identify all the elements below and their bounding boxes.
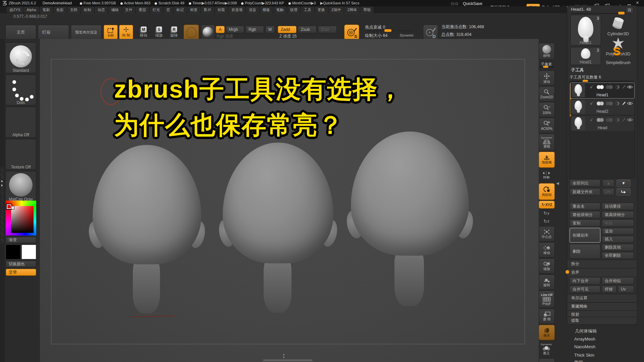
menu-item-tool[interactable]: 工具 bbox=[301, 7, 314, 13]
menu-item-brush[interactable]: 笔刷 bbox=[40, 7, 53, 13]
menu-item-alpha[interactable]: Alpha bbox=[24, 7, 39, 12]
tool-simplebrush[interactable]: S SimpleBrush bbox=[602, 47, 634, 65]
menu-item-material[interactable]: 材质 bbox=[187, 7, 200, 13]
r-button[interactable]: R bbox=[626, 7, 633, 14]
paste-button[interactable]: 粘贴 bbox=[602, 219, 634, 227]
rotate-z-button[interactable]: ↻ z bbox=[539, 217, 554, 225]
split-section-header[interactable]: 拆分 bbox=[567, 260, 637, 268]
rotate-xyz-button[interactable]: ↻ XYZ bbox=[539, 201, 555, 209]
lightbox-button[interactable]: 灯箱 bbox=[38, 25, 69, 40]
menu-item-color[interactable]: 色彩 bbox=[54, 7, 66, 13]
menu-item-layer[interactable]: 图层 bbox=[136, 7, 149, 13]
list-all-button[interactable]: 全部列出 bbox=[570, 179, 600, 187]
new-folder-button[interactable]: 新建文件夹 bbox=[570, 188, 600, 196]
menu-item-stroke[interactable]: 笔触 bbox=[274, 7, 286, 13]
close-icon[interactable]: × bbox=[636, 1, 639, 5]
menu-item-light[interactable]: 灯光 bbox=[150, 7, 163, 13]
dynamic-mode-label[interactable]: Dynamic bbox=[400, 34, 414, 37]
subtool-count-track[interactable] bbox=[570, 81, 634, 82]
rotate-canvas-button[interactable]: 旋转 bbox=[539, 274, 555, 290]
mode-m-button[interactable]: M bbox=[265, 26, 275, 33]
subtool-row-icons[interactable] bbox=[589, 117, 633, 122]
menu-item-transform[interactable]: 变换 bbox=[315, 7, 328, 13]
mode-zsub-button[interactable]: Zsub bbox=[298, 26, 317, 33]
move-canvas-button[interactable]: 移动 bbox=[539, 242, 555, 258]
scale-button[interactable]: S缩放 bbox=[152, 25, 166, 40]
active-tool-track[interactable] bbox=[571, 13, 625, 14]
menu-item-macro[interactable]: 宏 bbox=[164, 7, 173, 13]
left-gutter-scrollbar[interactable]: ▲ ▼ bbox=[0, 39, 5, 362]
color-cursor[interactable] bbox=[11, 206, 14, 209]
panel-collapse-icon[interactable]: ◀ bbox=[556, 181, 559, 186]
subtool-visible-count-slider[interactable]: 子工具可见数量 6 bbox=[570, 74, 601, 80]
menu-item-help[interactable]: 帮助 bbox=[361, 7, 373, 13]
gradient-toggle[interactable]: 渐变 bbox=[6, 237, 36, 243]
insert-button[interactable]: 插入 bbox=[602, 236, 634, 243]
extract-section-header[interactable]: 提取 bbox=[567, 317, 637, 324]
material-sphere-button[interactable] bbox=[201, 24, 215, 40]
focal-shift-slider[interactable]: 焦点衰减 0 bbox=[365, 24, 385, 30]
menu-item-zys[interactable]: @ZYS bbox=[7, 7, 23, 12]
boolean-section-header[interactable]: 布尔运算 bbox=[567, 294, 637, 302]
menu-item-render[interactable]: 渲染 bbox=[246, 7, 259, 13]
home-button[interactable]: 主页 bbox=[5, 25, 36, 40]
polyframe-button[interactable]: Line Fill PolyF bbox=[539, 291, 555, 308]
menu-item-dynamic[interactable]: 动态 bbox=[95, 7, 108, 13]
lowest-subdiv-button[interactable]: 最低级细分 bbox=[570, 211, 600, 218]
rotate-button[interactable]: R旋转 bbox=[167, 25, 181, 40]
actual-size-button[interactable]: ×1 100% bbox=[539, 102, 555, 117]
active-tool-slider-label[interactable]: Head1. 48 bbox=[571, 7, 591, 12]
xpose-button[interactable]: Xpose bbox=[539, 358, 555, 362]
highest-subdiv-button[interactable]: 最高级细分 bbox=[602, 211, 634, 218]
gutter-up-icon[interactable]: ▲ bbox=[0, 179, 3, 183]
secondary-color-swatch[interactable] bbox=[21, 245, 36, 259]
local-symmetry-button[interactable]: 对称 bbox=[539, 168, 554, 182]
recent-tool-thumbnail[interactable]: 3 Head1 bbox=[570, 47, 601, 65]
geometry-edit-section[interactable]: 几何体编辑 bbox=[575, 328, 597, 334]
rgb-intensity-slider[interactable]: Rgb 强度 bbox=[217, 34, 233, 39]
z-intensity-slider[interactable]: Z 强度 25 bbox=[279, 34, 297, 39]
move-down-button[interactable]: ▼ bbox=[616, 179, 631, 187]
delete-other-button[interactable]: 删除其他 bbox=[602, 244, 634, 251]
menu-item-movie[interactable]: 影片 bbox=[201, 7, 214, 13]
menu-item-preferences[interactable]: 首选项 bbox=[229, 7, 245, 13]
solo-button[interactable]: Dynamic 孤立 bbox=[539, 341, 554, 357]
menu-item-texture[interactable]: 纹理 bbox=[287, 7, 300, 13]
subpixel-slider[interactable]: 子像素 bbox=[539, 60, 554, 69]
uv-button[interactable]: Uv bbox=[618, 286, 634, 293]
menu-item-edit[interactable]: 编辑 bbox=[109, 7, 121, 13]
weld-button[interactable]: 焊接 bbox=[602, 286, 616, 293]
menu-item-draw[interactable]: 绘制 bbox=[81, 7, 94, 13]
ghost-button[interactable]: 幽灵 bbox=[539, 325, 555, 340]
subtool-title[interactable]: 子工具 bbox=[571, 67, 584, 73]
menu-item-zplugin[interactable]: Z插件 bbox=[329, 7, 344, 13]
menu-item-template[interactable]: 模板 bbox=[260, 7, 273, 13]
move-button[interactable]: M移动 bbox=[136, 25, 151, 40]
append-button[interactable]: 追加 bbox=[602, 228, 634, 235]
preview-boolean-button[interactable]: 预览布尔渲染 bbox=[71, 25, 102, 40]
canvas-hscrollbar[interactable] bbox=[263, 359, 313, 361]
texture-selector[interactable]: Texture Off bbox=[5, 139, 36, 170]
transparency-button[interactable]: 透 明 bbox=[539, 309, 555, 324]
merge-section-header[interactable]: 合并 bbox=[567, 268, 637, 276]
move-up-button[interactable]: ▲ bbox=[602, 179, 614, 187]
sculpt-head-2[interactable] bbox=[223, 143, 333, 325]
active-tool-handle[interactable] bbox=[618, 12, 625, 14]
frame-pivot-button[interactable]: 中心点 bbox=[539, 226, 555, 242]
menu-item-picker[interactable]: 拾取 bbox=[215, 7, 228, 13]
mode-mrgb-button[interactable]: Mrgb bbox=[226, 26, 244, 33]
mode-rgb-button[interactable]: Rgb bbox=[246, 26, 264, 33]
bpr-render-button[interactable]: BPR bbox=[539, 43, 555, 60]
current-color-swatch[interactable] bbox=[7, 204, 11, 209]
subpixel-handle[interactable] bbox=[543, 66, 548, 68]
sculpt-head-3[interactable] bbox=[351, 132, 469, 319]
canvas-scroll-up-icon[interactable]: ▲ bbox=[282, 353, 285, 356]
thickskin-section[interactable]: Thick Skin bbox=[574, 353, 594, 358]
merge-visible-button[interactable]: 合并可见 bbox=[570, 286, 600, 293]
scroll-button[interactable]: 滚动 bbox=[539, 70, 555, 86]
rename-button[interactable]: 重命名 bbox=[570, 203, 600, 210]
tool-cylinder3d[interactable]: Cylinder3D bbox=[602, 15, 634, 36]
switch-color-button[interactable]: 切换颜色 bbox=[6, 261, 36, 267]
quicksave-button[interactable]: QuickSave bbox=[463, 1, 482, 6]
menu-item-marker[interactable]: 标记 bbox=[174, 7, 186, 13]
